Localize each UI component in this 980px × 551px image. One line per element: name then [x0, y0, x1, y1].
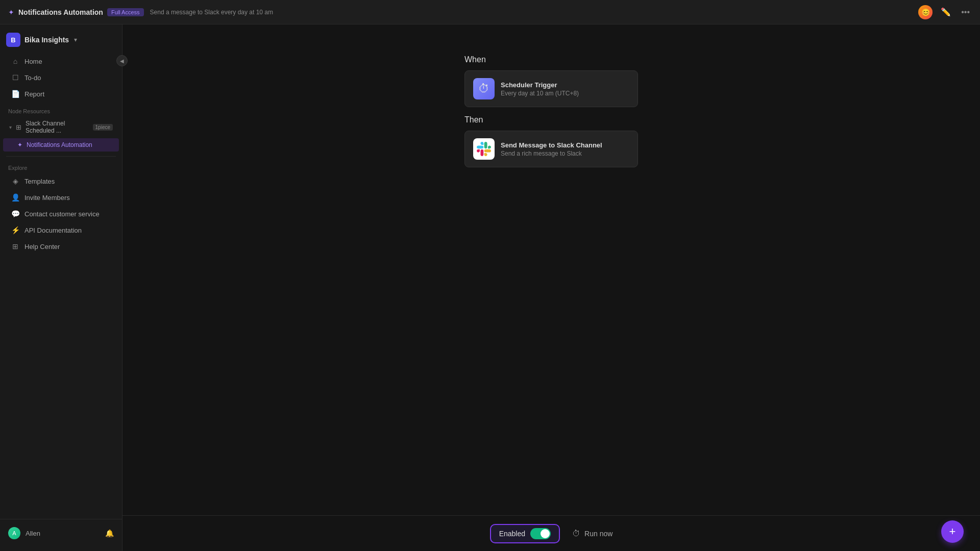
sidebar-item-report[interactable]: 📄 Report	[3, 86, 119, 102]
enabled-toggle[interactable]	[530, 528, 551, 539]
todo-icon: ☐	[11, 73, 19, 82]
sidebar-item-label: Report	[24, 90, 44, 98]
fab-button[interactable]: +	[941, 520, 964, 543]
action-desc: Send a rich message to Slack	[501, 150, 602, 157]
topbar-subtitle: Send a message to Slack every day at 10 …	[150, 9, 273, 16]
notification-icon[interactable]: 🔔	[105, 529, 114, 537]
workspace-header[interactable]: B Bika Insights ▾	[0, 29, 122, 51]
run-now-icon: ⏱	[572, 529, 580, 538]
sidebar-item-todo[interactable]: ☐ To-do	[3, 70, 119, 85]
canvas-area: When ⏱ Scheduler Trigger Every day at 10…	[122, 24, 980, 515]
home-icon: ⌂	[11, 57, 19, 65]
sidebar-divider	[6, 156, 116, 157]
toggle-knob	[541, 529, 550, 538]
sidebar-item-label: To-do	[24, 74, 41, 82]
workspace-chevron-icon: ▾	[74, 36, 77, 43]
node-resources-label: Node Resources	[0, 102, 122, 116]
workspace-name: Bika Insights	[24, 36, 69, 44]
sidebar-item-api[interactable]: ⚡ API Documentation	[3, 222, 119, 238]
slack-action-card[interactable]: Send Message to Slack Channel Send a ric…	[464, 131, 638, 167]
main-layout: ◀ B Bika Insights ▾ ⌂ Home ☐ To-do 📄 Rep…	[0, 24, 980, 551]
run-now-button[interactable]: ⏱ Run now	[572, 529, 612, 538]
automation-icon: ✦	[8, 8, 14, 16]
username-label: Allen	[26, 530, 40, 537]
sidebar-footer: A Allen 🔔	[0, 519, 122, 547]
collapse-button[interactable]: ◀	[116, 55, 128, 66]
bottom-bar: Enabled ⏱ Run now +	[122, 515, 980, 551]
sidebar-item-label: Templates	[24, 178, 55, 185]
when-section: When ⏱ Scheduler Trigger Every day at 10…	[464, 55, 638, 107]
action-info: Send Message to Slack Channel Send a ric…	[501, 141, 602, 157]
templates-icon: ◈	[11, 177, 19, 185]
trigger-info: Scheduler Trigger Every day at 10 am (UT…	[501, 81, 579, 97]
sidebar-item-label: API Documentation	[24, 227, 82, 234]
edit-button[interactable]: ✏️	[939, 5, 953, 19]
topbar-title: Notifications Automation	[18, 8, 103, 16]
scheduler-trigger-card[interactable]: ⏱ Scheduler Trigger Every day at 10 am (…	[464, 70, 638, 107]
trigger-desc: Every day at 10 am (UTC+8)	[501, 90, 579, 97]
sidebar-item-label: Home	[24, 58, 42, 65]
sidebar-item-label: Help Center	[24, 243, 60, 251]
explore-label: Explore	[0, 161, 122, 173]
sidebar-item-label: Contact customer service	[24, 210, 100, 218]
slack-channel-tree-item[interactable]: ▾ ⊞ Slack Channel Scheduled ... 1piece	[3, 117, 119, 137]
access-badge: Full Access	[107, 8, 144, 16]
topbar-avatar[interactable]: 😊	[918, 5, 933, 19]
sidebar-item-label: Invite Members	[24, 194, 70, 202]
user-footer-item[interactable]: A Allen 🔔	[0, 523, 122, 543]
then-label: Then	[464, 115, 638, 124]
tree-item-label: Slack Channel Scheduled ...	[26, 120, 89, 134]
grid-icon: ⊞	[16, 123, 21, 131]
slack-icon	[473, 138, 495, 160]
sidebar-item-help[interactable]: ⊞ Help Center	[3, 239, 119, 254]
help-icon: ⊞	[11, 242, 19, 251]
report-icon: 📄	[11, 90, 19, 98]
tree-chevron-icon: ▾	[9, 124, 12, 130]
invite-icon: 👤	[11, 193, 19, 202]
enabled-label: Enabled	[499, 530, 525, 538]
when-label: When	[464, 55, 638, 64]
api-icon: ⚡	[11, 226, 19, 234]
scheduler-icon: ⏱	[473, 78, 495, 99]
notifications-automation-item[interactable]: ✦ Notifications Automation	[3, 138, 119, 152]
tree-badge: 1piece	[93, 124, 113, 131]
active-automation-icon: ✦	[17, 141, 22, 148]
sidebar: ◀ B Bika Insights ▾ ⌂ Home ☐ To-do 📄 Rep…	[0, 24, 122, 551]
enabled-toggle-container: Enabled	[490, 524, 560, 543]
topbar-actions: 😊 ✏️ •••	[918, 5, 972, 19]
trigger-title: Scheduler Trigger	[501, 81, 579, 89]
then-section: Then	[464, 115, 638, 167]
run-now-label: Run now	[584, 530, 612, 538]
sidebar-item-contact[interactable]: 💬 Contact customer service	[3, 206, 119, 221]
content-area: When ⏱ Scheduler Trigger Every day at 10…	[122, 24, 980, 551]
more-button[interactable]: •••	[959, 6, 972, 19]
active-item-label: Notifications Automation	[27, 141, 92, 148]
user-avatar: A	[8, 527, 20, 539]
workspace-icon: B	[6, 33, 20, 47]
sidebar-item-templates[interactable]: ◈ Templates	[3, 173, 119, 189]
sidebar-item-invite[interactable]: 👤 Invite Members	[3, 190, 119, 205]
topbar: ✦ Notifications Automation Full Access S…	[0, 0, 980, 24]
sidebar-item-home[interactable]: ⌂ Home	[3, 54, 119, 69]
contact-icon: 💬	[11, 210, 19, 218]
action-title: Send Message to Slack Channel	[501, 141, 602, 149]
